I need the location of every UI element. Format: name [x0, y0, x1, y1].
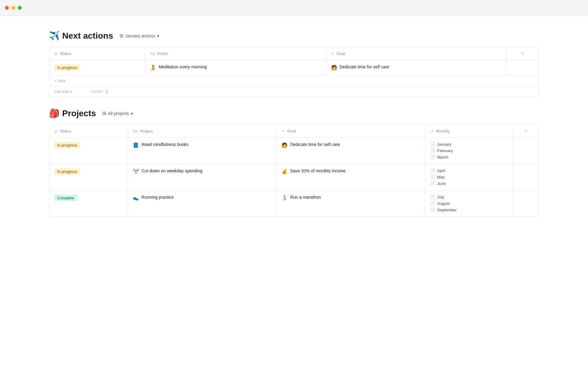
proj-col-header-goal: ↗ Goal [277, 125, 425, 138]
projects-icon: 🎒 [49, 108, 60, 118]
status-cell: In progress [49, 60, 145, 75]
proj-empty-cell-1 [512, 138, 539, 164]
project-emoji-1: 📘 [133, 142, 139, 148]
next-actions-header-row: ◎ Status Aa Action ↗ Goal + [49, 47, 539, 60]
doc-icon: 📄 [430, 208, 435, 212]
next-actions-table: ◎ Status Aa Action ↗ Goal + [49, 47, 539, 86]
next-actions-view-label: January actions [125, 33, 155, 38]
proj-goal-col-icon: ↗ [281, 129, 285, 133]
monthly-item[interactable]: 📄 July [430, 195, 507, 199]
status-badge: In progress [54, 142, 80, 148]
doc-icon: 📄 [430, 181, 435, 186]
monthly-item[interactable]: 📄 February [430, 148, 507, 153]
project-emoji-2: ✂️ [133, 169, 139, 174]
monthly-list-1: 📄 January 📄 February 📄 March [430, 142, 507, 159]
minimize-button[interactable] [11, 6, 15, 10]
proj-monthly-cell-2: 📄 April 📄 May 📄 June [425, 164, 512, 190]
next-actions-icon: ✈️ [49, 31, 60, 41]
action-emoji: 🧘 [150, 65, 156, 71]
new-row[interactable]: + New [49, 75, 539, 86]
project-content-2: ✂️ Cut down on weekday spending [133, 168, 271, 174]
calculate-chevron: ▾ [70, 90, 72, 94]
proj-goal-text-1: Dedicate time for self care [290, 142, 340, 147]
proj-monthly-cell-3: 📄 July 📄 August 📄 September [425, 190, 512, 217]
empty-cell [507, 60, 539, 75]
main-content: ✈️ Next actions ⊞ January actions ▾ ◎ St… [0, 16, 588, 243]
goal-text: Dedicate time for self care [340, 64, 390, 69]
proj-monthly-cell-1: 📄 January 📄 February 📄 March [425, 138, 512, 164]
maximize-button[interactable] [18, 6, 22, 10]
next-actions-header: ✈️ Next actions ⊞ January actions ▾ [49, 31, 539, 41]
col-add-button[interactable]: + [507, 47, 539, 60]
action-cell: 🧘 Meditation every morning [145, 60, 326, 75]
proj-col-add-button[interactable]: + [512, 125, 539, 138]
table-row: In progress 📘 Read mindfulness books 🧑 [49, 138, 539, 164]
project-emoji-3: 👟 [133, 195, 139, 201]
proj-col-monthly-label: Monthly [436, 129, 450, 133]
proj-status-cell-3: Complete [49, 190, 128, 217]
proj-col-header-status: ◎ Status [49, 125, 128, 138]
next-actions-title: ✈️ Next actions [49, 31, 113, 41]
chevron-down-icon: ▾ [157, 33, 159, 38]
next-actions-view-selector[interactable]: ⊞ January actions ▾ [117, 32, 162, 40]
doc-icon: 📄 [430, 168, 435, 173]
proj-empty-cell-2 [512, 164, 539, 190]
status-badge: Complete [54, 195, 77, 201]
count-display: COUNT 1 [91, 90, 108, 94]
calculate-label: Calculate [54, 90, 70, 94]
monthly-list-3: 📄 July 📄 August 📄 September [430, 195, 507, 212]
col-action-label: Action [157, 51, 168, 56]
goal-content: 🧑 Dedicate time for self care [331, 64, 502, 71]
table-icon: ⊞ [119, 33, 123, 39]
action-content: 🧘 Meditation every morning [150, 64, 321, 71]
monthly-item[interactable]: 📄 May [430, 175, 507, 179]
next-actions-section: ✈️ Next actions ⊞ January actions ▾ ◎ St… [49, 31, 539, 97]
monthly-item-label: March [437, 155, 448, 159]
monthly-item[interactable]: 📄 June [430, 181, 507, 186]
status-badge: In progress [54, 168, 80, 175]
doc-icon: 📄 [430, 175, 435, 179]
calculate-button[interactable]: Calculate ▾ [54, 90, 72, 94]
col-status-label: Status [60, 51, 71, 56]
status-badge: In progress [54, 64, 80, 71]
monthly-item[interactable]: 📄 April [430, 168, 507, 173]
projects-title-text: Projects [62, 109, 96, 118]
projects-table: ◎ Status Aa Project ↗ Goal ↗ [49, 125, 539, 217]
proj-status-cell-1: In progress [49, 138, 128, 164]
monthly-list-2: 📄 April 📄 May 📄 June [430, 168, 507, 186]
proj-project-cell-3: 👟 Running practice [128, 190, 277, 217]
proj-goal-emoji-3: 🏃 [281, 195, 288, 201]
count-label: COUNT [91, 90, 104, 94]
monthly-item-label: September [437, 208, 457, 212]
monthly-item[interactable]: 📄 March [430, 155, 507, 159]
projects-table-icon: ⊞ [102, 110, 106, 116]
projects-view-label: All projects [108, 111, 129, 116]
project-text-3: Running practice [141, 195, 174, 200]
new-row-label[interactable]: + New [49, 75, 539, 86]
monthly-item-label: August [437, 201, 450, 206]
proj-monthly-col-icon: ↗ [430, 129, 433, 133]
doc-icon: 📄 [430, 195, 435, 199]
next-actions-table-wrapper: ◎ Status Aa Action ↗ Goal + [49, 47, 539, 97]
monthly-item-label: April [437, 168, 445, 173]
proj-status-col-icon: ◎ [54, 129, 57, 133]
action-text: Meditation every morning [159, 64, 207, 69]
proj-project-cell-2: ✂️ Cut down on weekday spending [128, 164, 277, 190]
proj-empty-cell-3 [512, 190, 539, 217]
table-footer: Calculate ▾ COUNT 1 [49, 86, 539, 97]
col-header-status: ◎ Status [49, 47, 145, 60]
monthly-item[interactable]: 📄 September [430, 208, 507, 212]
proj-col-status-label: Status [60, 129, 71, 133]
proj-col-goal-label: Goal [287, 129, 296, 133]
proj-goal-cell-2: 💰 Save 20% of monthly income [277, 164, 425, 190]
monthly-item[interactable]: 📄 January [430, 142, 507, 147]
proj-col-header-monthly: ↗ Monthly [425, 125, 512, 138]
proj-project-col-icon: Aa [133, 129, 138, 133]
project-content-3: 👟 Running practice [133, 195, 271, 201]
doc-icon: 📄 [430, 155, 435, 159]
proj-project-cell-1: 📘 Read mindfulness books [128, 138, 277, 164]
projects-view-selector[interactable]: ⊞ All projects ▾ [100, 109, 135, 117]
monthly-item[interactable]: 📄 August [430, 201, 507, 206]
col-goal-label: Goal [337, 51, 345, 56]
close-button[interactable] [5, 6, 9, 10]
